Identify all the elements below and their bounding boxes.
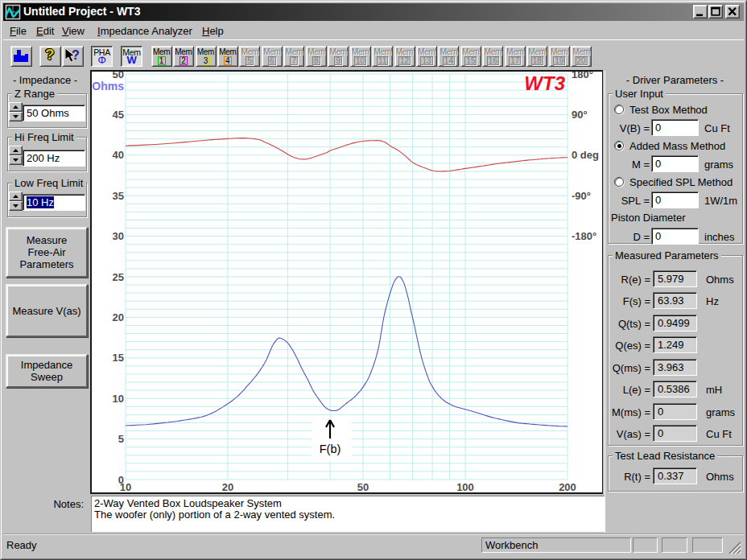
svg-text:100: 100	[456, 481, 474, 492]
svg-text:-90°: -90°	[572, 190, 591, 202]
svg-text:-180°: -180°	[572, 230, 596, 242]
svg-text:90°: 90°	[572, 109, 588, 121]
svg-text:5: 5	[118, 433, 124, 445]
svg-text:200: 200	[559, 481, 576, 492]
svg-text:40: 40	[113, 149, 124, 161]
svg-text:35: 35	[113, 190, 124, 202]
svg-text:50: 50	[113, 72, 124, 80]
svg-text:0 deg: 0 deg	[572, 149, 599, 161]
svg-text:20: 20	[222, 481, 233, 492]
svg-text:F(b): F(b)	[320, 443, 341, 455]
svg-text:30: 30	[113, 230, 124, 242]
svg-text:25: 25	[113, 271, 124, 283]
svg-text:180°: 180°	[572, 72, 593, 80]
svg-text:50: 50	[357, 481, 369, 492]
svg-text:15: 15	[113, 352, 124, 364]
svg-text:Ohms: Ohms	[92, 80, 124, 93]
svg-text:?: ?	[72, 48, 80, 62]
svg-text:10: 10	[113, 393, 124, 405]
svg-text:20: 20	[113, 311, 124, 323]
svg-text:10: 10	[120, 481, 131, 492]
svg-text:45: 45	[113, 109, 124, 121]
svg-text:WT3: WT3	[524, 72, 565, 94]
